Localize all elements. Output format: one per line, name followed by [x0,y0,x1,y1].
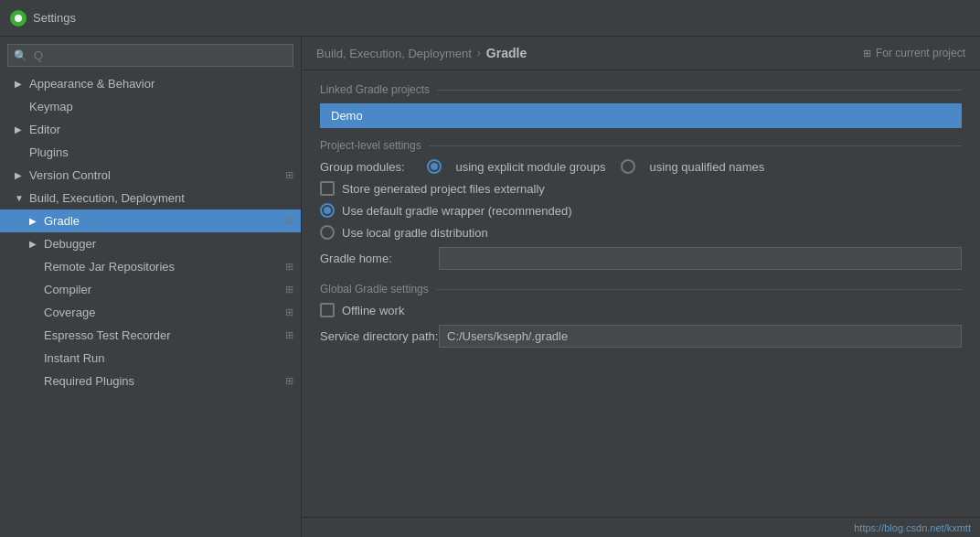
use-local-distribution-row: Use local gradle distribution [320,225,962,240]
radio-explicit-label: using explicit module groups [456,160,606,174]
sidebar-item-compiler[interactable]: Compiler⊞ [0,278,301,301]
radio-use-local[interactable] [320,225,335,240]
window-title: Settings [33,11,76,25]
service-dir-label: Service directory path: [320,329,439,343]
content-area: Build, Execution, Deployment › Gradle ⊞ … [302,37,980,537]
arrow-icon: ▶ [15,124,27,134]
breadcrumb-parent: Build, Execution, Deployment [316,47,472,60]
checkbox-offline-work[interactable] [320,303,335,317]
arrow-icon: ▶ [29,239,42,249]
sidebar-item-espresso[interactable]: Espresso Test Recorder⊞ [0,324,301,347]
offline-work-row: Offline work [320,303,962,317]
radio-use-wrapper[interactable] [320,203,335,218]
copy-icon: ⊞ [285,306,293,318]
group-modules-row: Group modules: using explicit module gro… [320,159,962,174]
sidebar-item-label: Espresso Test Recorder [44,328,282,342]
sidebar-item-label: Remote Jar Repositories [44,260,282,274]
sidebar: 🔍 ▶Appearance & BehaviorKeymap▶EditorPlu… [0,37,302,537]
status-link[interactable]: https://blog.csdn.net/kxmtt [854,522,971,533]
sidebar-item-gradle[interactable]: ▶Gradle⊞ [0,209,301,232]
sidebar-item-label: Version Control [29,168,282,182]
use-wrapper-label: Use default gradle wrapper (recommended) [342,204,571,218]
gradle-home-input[interactable] [439,247,962,270]
nav-list: ▶Appearance & BehaviorKeymap▶EditorPlugi… [0,72,301,392]
store-project-files-row: Store generated project files externally [320,181,962,196]
service-dir-input[interactable] [439,325,962,348]
project-level-title: Project-level settings [320,139,962,152]
copy-icon: ⊞ [863,48,871,59]
arrow-icon: ▶ [15,170,27,180]
sidebar-item-editor[interactable]: ▶Editor [0,118,301,141]
arrow-icon: ▼ [15,193,27,203]
sidebar-item-debugger[interactable]: ▶Debugger [0,232,301,255]
sidebar-item-build-execution[interactable]: ▼Build, Execution, Deployment [0,187,301,209]
sidebar-item-label: Gradle [44,214,282,228]
svg-point-1 [15,15,22,22]
global-settings-title: Global Gradle settings [320,283,962,295]
linked-projects-title: Linked Gradle projects [320,83,962,96]
for-project: ⊞ For current project [863,47,965,59]
sidebar-item-label: Coverage [44,306,282,319]
sidebar-item-label: Instant Run [44,351,293,365]
sidebar-item-label: Plugins [29,145,293,159]
copy-icon: ⊞ [285,261,293,273]
sidebar-item-required-plugins[interactable]: Required Plugins⊞ [0,370,301,392]
sidebar-item-version-control[interactable]: ▶Version Control⊞ [0,164,301,187]
arrow-icon: ▶ [15,79,27,89]
sidebar-item-label: Build, Execution, Deployment [29,191,293,205]
radio-qualified-label: using qualified names [650,160,765,174]
sidebar-item-remote-jar[interactable]: Remote Jar Repositories⊞ [0,255,301,278]
use-local-label: Use local gradle distribution [342,226,488,240]
checkbox-store-files[interactable] [320,181,335,196]
search-icon: 🔍 [14,49,27,62]
copy-icon: ⊞ [285,284,293,295]
sidebar-item-instant-run[interactable]: Instant Run [0,347,301,370]
arrow-icon: ▶ [29,216,42,226]
project-level-settings: Group modules: using explicit module gro… [320,159,962,270]
group-modules-label: Group modules: [320,160,405,174]
gradle-home-row: Gradle home: [320,247,962,270]
sidebar-item-label: Debugger [44,237,293,251]
sidebar-item-appearance[interactable]: ▶Appearance & Behavior [0,72,301,95]
copy-icon: ⊞ [285,375,293,387]
radio-explicit-module-groups[interactable] [427,159,442,174]
status-bar: https://blog.csdn.net/kxmtt [302,517,980,537]
main-container: 🔍 ▶Appearance & BehaviorKeymap▶EditorPlu… [0,37,980,537]
sidebar-item-label: Compiler [44,283,282,296]
radio-qualified-names[interactable] [621,159,635,174]
gradle-home-label: Gradle home: [320,252,439,265]
store-project-label: Store generated project files externally [342,182,545,196]
copy-icon: ⊞ [285,329,293,341]
sidebar-item-coverage[interactable]: Coverage⊞ [0,301,301,324]
global-settings-group: Offline work Service directory path: [320,303,962,348]
search-box[interactable]: 🔍 [7,44,293,67]
sidebar-item-keymap[interactable]: Keymap [0,95,301,118]
use-wrapper-row: Use default gradle wrapper (recommended) [320,203,962,218]
search-input[interactable] [7,44,293,67]
service-dir-row: Service directory path: [320,325,962,348]
copy-icon: ⊞ [285,169,293,181]
gradle-project-item[interactable]: Demo [320,103,962,128]
settings-content: Linked Gradle projects Demo Project-leve… [302,70,980,517]
sidebar-item-label: Keymap [29,100,293,113]
sidebar-item-label: Editor [29,123,293,136]
title-bar: Settings [0,0,980,37]
breadcrumb-bar: Build, Execution, Deployment › Gradle ⊞ … [302,37,980,70]
breadcrumb-separator: › [477,47,481,59]
for-project-label: For current project [876,47,965,59]
app-icon [9,9,27,27]
gradle-project-name: Demo [331,109,363,123]
copy-icon: ⊞ [285,215,293,227]
offline-work-label: Offline work [342,304,404,317]
breadcrumb-current: Gradle [486,46,527,60]
sidebar-item-label: Required Plugins [44,374,282,388]
sidebar-item-plugins[interactable]: Plugins [0,141,301,164]
sidebar-item-label: Appearance & Behavior [29,77,293,91]
